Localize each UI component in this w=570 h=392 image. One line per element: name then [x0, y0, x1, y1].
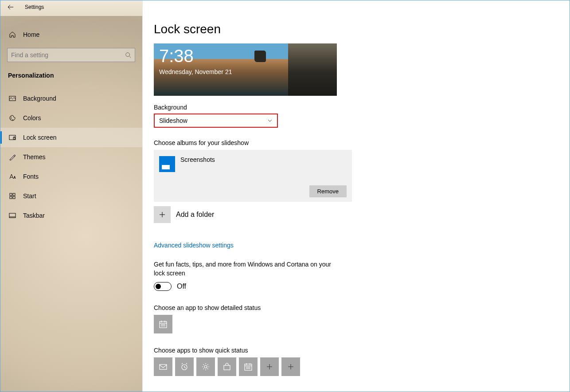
sidebar-item-colors[interactable]: Colors — [0, 108, 142, 128]
quick-status-tile-alarm[interactable] — [175, 357, 194, 376]
quick-status-tile-calendar[interactable] — [239, 357, 258, 376]
lock-screen-preview[interactable]: 7:38 Wednesday, November 21 — [154, 43, 337, 96]
quick-status-add-tile[interactable] — [260, 357, 279, 376]
start-icon — [9, 192, 16, 200]
sidebar-item-label: Lock screen — [23, 134, 56, 141]
svg-rect-8 — [13, 193, 15, 196]
svg-point-3 — [11, 118, 11, 119]
tips-label: Get fun facts, tips, and more from Windo… — [154, 260, 336, 278]
preview-image-element — [254, 51, 266, 62]
plus-icon — [286, 362, 295, 371]
quick-status-add-tile[interactable] — [281, 357, 300, 376]
lock-screen-icon — [9, 134, 16, 141]
albums-label: Choose albums for your slideshow — [154, 139, 570, 146]
sidebar-item-label: Taskbar — [23, 212, 45, 219]
weather-icon — [201, 362, 210, 371]
detailed-status-label: Choose an app to show detailed status — [154, 304, 570, 311]
sidebar-item-lock-screen[interactable]: Lock screen — [0, 128, 142, 147]
sidebar-item-background[interactable]: Background — [0, 89, 142, 108]
advanced-settings-link[interactable]: Advanced slideshow settings — [154, 242, 570, 249]
svg-rect-7 — [10, 193, 12, 196]
main-content: Lock screen 7:38 Wednesday, November 21 … — [142, 0, 570, 392]
album-card[interactable]: Screenshots Remove — [154, 150, 352, 202]
svg-rect-23 — [224, 365, 230, 370]
alarm-icon — [180, 362, 189, 371]
sidebar-item-fonts[interactable]: Fonts — [0, 167, 142, 186]
palette-icon — [9, 114, 16, 122]
taskbar-icon — [9, 212, 16, 219]
preview-image-element — [288, 43, 337, 96]
nav-list: Background Colors Lock screen Themes Fon… — [0, 89, 142, 225]
plus-icon — [265, 362, 274, 371]
quick-status-tile-weather[interactable] — [196, 357, 215, 376]
page-title: Lock screen — [154, 22, 570, 36]
home-label: Home — [23, 31, 39, 38]
svg-rect-20 — [160, 365, 167, 369]
chevron-down-icon — [267, 118, 273, 123]
sidebar-item-label: Fonts — [23, 173, 39, 180]
svg-point-22 — [204, 365, 207, 368]
svg-point-4 — [12, 119, 13, 120]
back-button[interactable] — [0, 0, 21, 14]
add-folder-button[interactable]: Add a folder — [154, 206, 570, 223]
sidebar-item-taskbar[interactable]: Taskbar — [0, 206, 142, 225]
svg-rect-6 — [13, 137, 15, 139]
background-value: Slideshow — [159, 117, 187, 124]
plus-icon — [159, 211, 166, 218]
svg-rect-9 — [10, 196, 12, 199]
themes-icon — [9, 153, 16, 161]
quick-status-label: Choose apps to show quick status — [154, 347, 570, 354]
quick-status-tile-mail[interactable] — [154, 357, 172, 376]
sidebar-item-themes[interactable]: Themes — [0, 147, 142, 167]
search-icon — [125, 52, 131, 58]
svg-point-2 — [11, 117, 11, 117]
preview-time: 7:38 — [159, 46, 194, 66]
arrow-left-icon — [7, 4, 14, 11]
home-button[interactable]: Home — [0, 25, 142, 44]
sidebar-item-label: Background — [23, 95, 56, 102]
sidebar-item-label: Colors — [23, 114, 41, 122]
folder-thumbnail — [159, 156, 175, 172]
search-field[interactable] — [11, 51, 125, 59]
picture-icon — [9, 95, 16, 102]
tips-toggle[interactable] — [154, 282, 172, 291]
quick-status-tile-store[interactable] — [218, 357, 236, 376]
add-folder-label: Add a folder — [176, 211, 214, 219]
category-header: Personalization — [0, 62, 142, 83]
sidebar-item-start[interactable]: Start — [0, 186, 142, 206]
window-title: Settings — [25, 4, 44, 10]
detailed-status-app-tile[interactable] — [154, 315, 172, 333]
sidebar: Home Personalization Background Colors L… — [0, 0, 142, 392]
calendar-icon — [244, 362, 253, 371]
calendar-icon — [159, 320, 168, 329]
svg-rect-10 — [13, 196, 15, 199]
background-dropdown[interactable]: Slideshow — [154, 114, 278, 128]
tips-state: Off — [177, 282, 186, 290]
album-name: Screenshots — [180, 156, 215, 163]
svg-point-0 — [126, 53, 130, 57]
fonts-icon — [9, 173, 16, 180]
preview-date: Wednesday, November 21 — [159, 68, 232, 75]
background-label: Background — [154, 104, 570, 111]
search-input[interactable] — [7, 48, 135, 62]
store-icon — [223, 362, 231, 371]
remove-button[interactable]: Remove — [309, 185, 347, 197]
home-icon — [9, 31, 16, 38]
mail-icon — [159, 362, 168, 371]
sidebar-item-label: Start — [23, 192, 36, 200]
sidebar-item-label: Themes — [23, 153, 46, 161]
